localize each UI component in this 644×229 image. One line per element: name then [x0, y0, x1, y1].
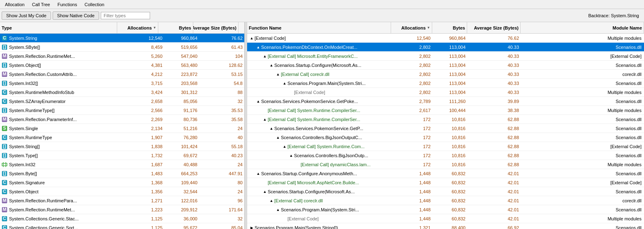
right-table-row[interactable]: ▲ Scenarios.Controllers.BigJsonOutp... 1… [247, 151, 644, 160]
right-table-row[interactable]: [External Code] 1,448 60,832 42.01 Multi… [247, 214, 644, 223]
filter-types-input[interactable] [101, 12, 150, 19]
svg-text:[]: [] [3, 171, 6, 176]
app-container: Allocation Call Tree Functions Collectio… [0, 0, 644, 229]
right-table-row[interactable]: ▲ [External Call] coreclr.dll 1,448 60,8… [247, 196, 644, 205]
cell-allocations: 3,715 [123, 79, 164, 87]
col-header-avgsize[interactable]: Average Size (Bytes) [193, 22, 239, 33]
right-table-row[interactable]: ▲ Scenarios.Controllers.BigJsonOutputC..… [247, 133, 644, 142]
tree-toggle[interactable]: ▲ [269, 62, 274, 68]
left-table-row[interactable]: [] System.Type[] 1,732 69,672 40.23 [0, 151, 244, 160]
menu-collection[interactable]: Collection [81, 1, 107, 8]
right-table-row[interactable]: ▲ Scenarios.Startup.Configure(Microsoft.… [247, 61, 644, 70]
right-col-header-avgsize[interactable]: Average Size (Bytes) [467, 22, 521, 33]
tree-toggle[interactable]: ▲ [255, 98, 261, 104]
right-table-row[interactable]: ▲ Scenarios.Services.PokemonService.GetP… [247, 97, 644, 106]
cell-avgsize: 24 [199, 124, 244, 133]
tree-toggle[interactable]: ▲ [255, 171, 261, 176]
left-table-row[interactable]: [] System.SByte[] 8,459 519,656 61.43 [0, 43, 244, 52]
menu-functions[interactable]: Functions [54, 1, 81, 8]
right-cell-avgsize: 62.88 [467, 160, 521, 169]
cell-avgsize: 61.43 [199, 43, 244, 51]
tree-toggle[interactable]: ▲ [262, 189, 268, 195]
right-table-row[interactable]: ▲ Scenarios.Program.Main(System.Stri... … [247, 205, 644, 214]
tree-toggle[interactable]: ▲ [269, 198, 274, 204]
left-table-row[interactable]: [] System.Object[] 4,381 563,480 128.62 [0, 61, 244, 70]
cell-avgsize: 35.58 [199, 115, 244, 124]
col-header-bytes[interactable]: Bytes [158, 22, 193, 33]
right-table-row[interactable]: ▲ [External Call] System.Runtime.Com... … [247, 142, 644, 151]
left-table-row[interactable]: M System.Reflection.RuntimeMet... 1,223 … [0, 205, 244, 214]
right-cell-module: [External Code] [521, 142, 644, 151]
left-table-body[interactable]: C System.String 12,540 960,864 76.62 [] … [0, 34, 244, 229]
left-table-row[interactable]: M System.Reflection.RuntimePara... 1,271… [0, 196, 244, 205]
tree-toggle[interactable]: ▲ [288, 153, 294, 158]
cell-bytes: 547,040 [164, 52, 199, 60]
right-table-row[interactable]: ▲ Scenarios.Services.PokemonService.GetP… [247, 124, 644, 133]
right-col-header-fname[interactable]: Function Name [247, 22, 391, 33]
tree-toggle[interactable]: ▲ [275, 71, 281, 77]
right-cell-fname: ▲ Scenarios.Controllers.BigJsonOutp... [247, 151, 391, 160]
left-table-row[interactable]: System.Int32 1,687 40,488 24 [0, 160, 244, 169]
right-table-row[interactable]: ▲ [External Call] System.Runtime.Compile… [247, 115, 644, 124]
left-table-row[interactable]: C System.RuntimeType 1,907 76,280 40 [0, 133, 244, 142]
right-table-body[interactable]: ▲ [External Code] 12,540 960,864 76.62 M… [247, 34, 644, 229]
menu-allocation[interactable]: Allocation [2, 1, 28, 8]
left-table-row[interactable]: C System.Collections.Generic.Stac... 1,1… [0, 214, 244, 223]
right-table-row[interactable]: [External Code] 2,802 113,004 40.33 Mult… [247, 88, 644, 97]
cell-type: M System.Reflection.CustomAttrib... [0, 70, 123, 78]
tree-toggle[interactable]: ▲ [262, 53, 268, 59]
right-table-row[interactable]: ▲ [External Call] Microsoft.EntityFramew… [247, 52, 644, 61]
right-cell-avgsize: 42.01 [467, 214, 521, 223]
left-table-row[interactable]: [] System.String[] 1,838 101,424 55.18 [0, 142, 244, 151]
left-table-row[interactable]: M System.Reflection.ParameterInf... 2,26… [0, 115, 244, 124]
right-cell-module: Multiple modules [521, 88, 644, 96]
right-table-row[interactable]: ▶ Scenarios.Program.Main(System.String[]… [247, 223, 644, 229]
left-table-row[interactable]: C System.Object 1,356 32,544 24 [0, 187, 244, 196]
tree-toggle[interactable]: ▲ [262, 117, 268, 122]
tree-toggle[interactable]: ▶ [249, 225, 255, 229]
right-table-row[interactable]: ▲ Scenarios.Startup.Configure.AnonymousM… [247, 169, 644, 178]
left-table-row[interactable]: M System.Reflection.CustomAttrib... 4,21… [0, 70, 244, 79]
right-col-header-bytes[interactable]: Bytes [432, 22, 467, 33]
right-cell-bytes: 88,400 [432, 223, 467, 229]
right-table-row[interactable]: [External Call] dynamicClass.lam... 172 … [247, 160, 644, 169]
left-table-row[interactable]: C System.SZArrayEnumerator 2,658 85,056 … [0, 97, 244, 106]
menu-call-tree[interactable]: Call Tree [29, 1, 53, 8]
right-col-header-module[interactable]: Module Name [521, 22, 644, 33]
col-header-allocations[interactable]: Allocations [117, 22, 158, 33]
tree-toggle[interactable]: ▲ [269, 126, 274, 131]
left-table-row[interactable]: [] System.Byte[] 1,483 664,253 447.91 [0, 169, 244, 178]
left-table-row[interactable]: [] System.Int32[] 3,715 203,568 54.8 [0, 79, 244, 88]
left-table-row[interactable]: M System.Reflection.RuntimeMet... 5,260 … [0, 52, 244, 61]
left-table-row[interactable]: C System.Signature 1,368 109,440 80 [0, 178, 244, 187]
right-col-header-alloc[interactable]: Allocations [391, 22, 432, 33]
right-table-row[interactable]: [External Call] Microsoft.AspNetCore.Bui… [247, 178, 644, 187]
left-table-row[interactable]: S System.Single 2,134 51,216 24 [0, 124, 244, 133]
right-table-row[interactable]: ▲ Scenarios.PokemonDbContext.OnModelCrea… [247, 43, 644, 52]
left-table-row[interactable]: [] System.RuntimeType[] 2,566 91,176 35.… [0, 106, 244, 115]
show-native-code-button[interactable]: Show Native Code [53, 11, 99, 20]
tree-toggle[interactable]: ▲ [275, 135, 281, 140]
right-table-row[interactable]: ▲ [External Call] coreclr.dll 2,802 113,… [247, 70, 644, 79]
left-table-row[interactable]: C System.Collections.Generic.Sort... 1,1… [0, 223, 244, 229]
right-table-row[interactable]: [External Call] System.Runtime.CompilerS… [247, 106, 644, 115]
right-cell-bytes: 960,864 [432, 34, 467, 42]
right-table-row[interactable]: ▲ Scenarios.Program.Main(System.Stri... … [247, 79, 644, 88]
tree-toggle[interactable]: ▲ [255, 44, 261, 50]
right-cell-alloc: 1,448 [391, 196, 432, 205]
tree-toggle[interactable]: ▲ [275, 207, 281, 213]
right-cell-module: [External Code] [521, 52, 644, 60]
right-table-row[interactable]: ▲ [External Code] 12,540 960,864 76.62 M… [247, 34, 644, 43]
right-table-row[interactable]: ▲ Scenarios.Startup.Configure(Microsoft.… [247, 187, 644, 196]
tree-toggle[interactable]: ▲ [282, 144, 287, 149]
type-icon: C [2, 98, 7, 104]
tree-toggle[interactable]: ▲ [282, 80, 287, 86]
left-table-row[interactable]: C System.String 12,540 960,864 76.62 [0, 34, 244, 43]
right-cell-bytes: 60,832 [432, 178, 467, 187]
col-header-type[interactable]: Type [0, 22, 117, 33]
col-header-scroll [239, 22, 244, 33]
show-just-my-code-button[interactable]: Show Just My Code [2, 11, 51, 20]
right-cell-fname: ▲ Scenarios.Startup.Configure(Microsoft.… [247, 187, 391, 196]
left-table-row[interactable]: C System.RuntimeMethodInfoStub 3,424 301… [0, 88, 244, 97]
tree-toggle[interactable]: ▲ [249, 35, 255, 41]
